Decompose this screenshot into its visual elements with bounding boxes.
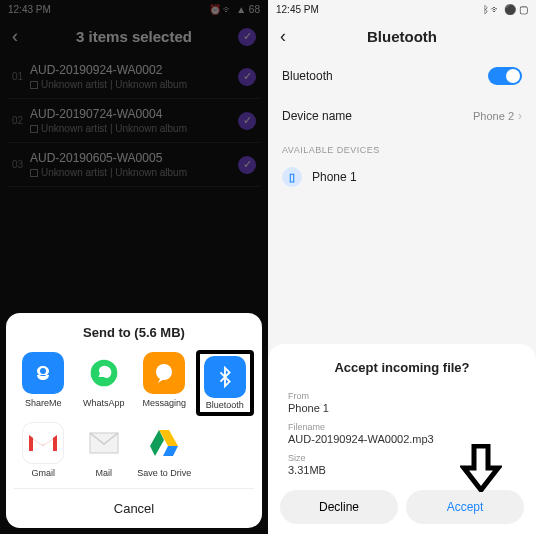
status-time: 12:43 PM (8, 4, 51, 15)
app-label: Messaging (142, 398, 186, 408)
accept-button[interactable]: Accept (406, 490, 524, 524)
select-all-check[interactable]: ✓ (238, 28, 256, 46)
track-name: AUD-20190724-WA0004 (30, 107, 238, 121)
share-grid: ShareMe WhatsApp Messaging Bluetooth Gma… (14, 350, 254, 480)
track-number: 02 (12, 115, 30, 126)
album-icon (30, 81, 38, 89)
selection-header: ‹ 3 items selected ✓ (0, 18, 268, 55)
settings-header: ‹ Bluetooth (268, 18, 536, 55)
svg-point-0 (40, 368, 46, 374)
app-label: WhatsApp (83, 398, 125, 408)
track-name: AUD-20190605-WA0005 (30, 151, 238, 165)
drive-app[interactable]: Save to Drive (135, 420, 194, 480)
track-name: AUD-20190924-WA0002 (30, 63, 238, 77)
header-title: Bluetooth (298, 28, 506, 45)
status-time: 12:45 PM (276, 4, 319, 15)
drive-icon (143, 422, 185, 464)
bluetooth-toggle-row[interactable]: Bluetooth (268, 55, 536, 97)
messaging-icon (143, 352, 185, 394)
device-row[interactable]: ▯ Phone 1 (268, 159, 536, 195)
shareme-app[interactable]: ShareMe (14, 350, 73, 416)
track-number: 01 (12, 71, 30, 82)
device-name-row[interactable]: Device name Phone 2 › (268, 97, 536, 135)
track-row[interactable]: 02 AUD-20190724-WA0004 Unknown artist | … (8, 99, 260, 143)
back-icon[interactable]: ‹ (12, 26, 30, 47)
field-label: Filename (288, 422, 516, 432)
app-label: ShareMe (25, 398, 62, 408)
bluetooth-icon (204, 356, 246, 398)
status-icons: ᛒ ᯤ ⚫ ▢ (483, 4, 528, 15)
track-check-icon[interactable]: ✓ (238, 156, 256, 174)
toggle-on-icon[interactable] (488, 67, 522, 85)
app-label: Gmail (31, 468, 55, 478)
messaging-app[interactable]: Messaging (135, 350, 194, 416)
shareme-icon (22, 352, 64, 394)
incoming-title: Accept incoming file? (268, 360, 536, 375)
decline-button[interactable]: Decline (280, 490, 398, 524)
gmail-icon (22, 422, 64, 464)
field-value: Phone 1 (288, 402, 516, 414)
chevron-right-icon: › (518, 109, 522, 123)
phone-icon: ▯ (282, 167, 302, 187)
row-label: Bluetooth (282, 69, 488, 83)
row-label: Device name (282, 109, 473, 123)
track-subtitle: Unknown artist | Unknown album (30, 167, 238, 178)
track-row[interactable]: 01 AUD-20190924-WA0002 Unknown artist | … (8, 55, 260, 99)
section-header: AVAILABLE DEVICES (268, 135, 536, 159)
album-icon (30, 125, 38, 133)
track-check-icon[interactable]: ✓ (238, 112, 256, 130)
whatsapp-icon (83, 352, 125, 394)
share-sheet: Send to (5.6 MB) ShareMe WhatsApp Messag… (6, 313, 262, 528)
header-title: 3 items selected (30, 28, 238, 45)
mail-app[interactable]: Mail (75, 420, 134, 480)
status-bar: 12:43 PM ⏰ ᯤ ▲ 68 (0, 0, 268, 18)
app-label: Bluetooth (206, 400, 244, 410)
device-name: Phone 1 (312, 170, 357, 184)
mail-icon (83, 422, 125, 464)
gmail-app[interactable]: Gmail (14, 420, 73, 480)
svg-point-2 (156, 364, 172, 380)
cancel-button[interactable]: Cancel (14, 488, 254, 528)
whatsapp-app[interactable]: WhatsApp (75, 350, 134, 416)
track-subtitle: Unknown artist | Unknown album (30, 123, 238, 134)
track-row[interactable]: 03 AUD-20190605-WA0005 Unknown artist | … (8, 143, 260, 187)
arrow-down-icon (460, 444, 502, 492)
right-screen: 12:45 PM ᛒ ᯤ ⚫ ▢ ‹ Bluetooth Bluetooth D… (268, 0, 536, 534)
from-field: From Phone 1 (268, 387, 536, 418)
track-check-icon[interactable]: ✓ (238, 68, 256, 86)
status-icons: ⏰ ᯤ ▲ 68 (209, 4, 260, 15)
app-label: Mail (95, 468, 112, 478)
bluetooth-app[interactable]: Bluetooth (196, 350, 255, 416)
app-label: Save to Drive (137, 468, 191, 478)
field-label: From (288, 391, 516, 401)
incoming-file-sheet: Accept incoming file? From Phone 1 Filen… (268, 344, 536, 534)
back-icon[interactable]: ‹ (280, 26, 298, 47)
row-value: Phone 2 (473, 110, 514, 122)
left-screen: 12:43 PM ⏰ ᯤ ▲ 68 ‹ 3 items selected ✓ 0… (0, 0, 268, 534)
album-icon (30, 169, 38, 177)
sheet-title: Send to (5.6 MB) (14, 325, 254, 340)
status-bar: 12:45 PM ᛒ ᯤ ⚫ ▢ (268, 0, 536, 18)
track-subtitle: Unknown artist | Unknown album (30, 79, 238, 90)
track-list: 01 AUD-20190924-WA0002 Unknown artist | … (0, 55, 268, 187)
track-number: 03 (12, 159, 30, 170)
